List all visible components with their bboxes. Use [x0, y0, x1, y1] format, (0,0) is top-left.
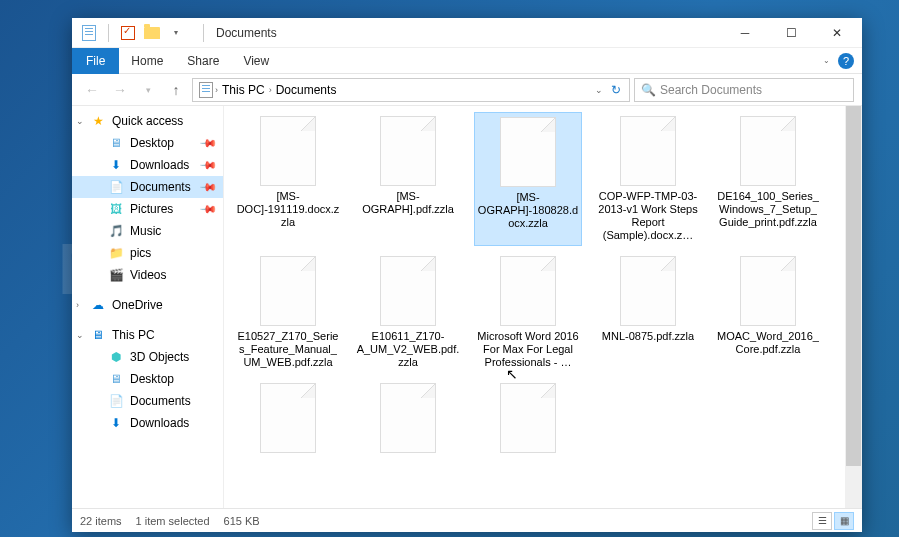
- onedrive-icon: ☁: [90, 297, 106, 313]
- pictures-icon: 🖼: [108, 201, 124, 217]
- nav-downloads-pc[interactable]: ⬇Downloads: [72, 412, 223, 434]
- nav-label: OneDrive: [112, 298, 163, 312]
- nav-label: Videos: [130, 268, 166, 282]
- up-button[interactable]: ↑: [164, 78, 188, 102]
- file-item[interactable]: DE164_100_Series_Windows_7_Setup_Guide_p…: [714, 112, 822, 246]
- file-item[interactable]: COP-WFP-TMP-03-2013-v1 Work Steps Report…: [594, 112, 702, 246]
- chevron-down-icon[interactable]: ⌄: [76, 330, 84, 340]
- nav-quick-access[interactable]: ⌄ ★ Quick access: [72, 110, 223, 132]
- properties-icon[interactable]: [119, 24, 137, 42]
- explorer-window: ▾ Documents ─ ☐ ✕ File Home Share View ⌄…: [72, 18, 862, 532]
- music-icon: 🎵: [108, 223, 124, 239]
- address-bar[interactable]: › This PC › Documents ⌄ ↻: [192, 78, 630, 102]
- file-icon: [260, 256, 316, 326]
- downloads-icon: ⬇: [108, 415, 124, 431]
- pin-icon: 📌: [198, 177, 217, 196]
- status-bar: 22 items 1 item selected 615 KB ☰ ▦: [72, 508, 862, 532]
- file-item[interactable]: MNL-0875.pdf.zzla: [594, 252, 702, 373]
- file-item[interactable]: [474, 379, 582, 461]
- window-title: Documents: [216, 26, 277, 40]
- chevron-down-icon[interactable]: ⌄: [76, 116, 84, 126]
- file-icon: [260, 116, 316, 186]
- file-item[interactable]: [354, 379, 462, 461]
- nav-onedrive[interactable]: ›☁OneDrive: [72, 294, 223, 316]
- nav-label: Downloads: [130, 416, 189, 430]
- search-icon: 🔍: [641, 83, 656, 97]
- nav-3d-objects[interactable]: ⬢3D Objects: [72, 346, 223, 368]
- forward-button[interactable]: →: [108, 78, 132, 102]
- file-item[interactable]: [MS-OGRAPH]-180828.docx.zzla: [474, 112, 582, 246]
- breadcrumb-documents[interactable]: Documents: [272, 83, 341, 97]
- nav-documents-pc[interactable]: 📄Documents: [72, 390, 223, 412]
- home-tab[interactable]: Home: [119, 50, 175, 72]
- nav-documents[interactable]: 📄Documents📌: [72, 176, 223, 198]
- pin-icon: 📌: [198, 133, 217, 152]
- nav-label: This PC: [112, 328, 155, 342]
- document-icon[interactable]: [80, 24, 98, 42]
- pin-icon: 📌: [198, 199, 217, 218]
- file-icon: [500, 256, 556, 326]
- address-dropdown-icon[interactable]: ⌄: [591, 85, 607, 95]
- scrollbar[interactable]: [845, 106, 862, 508]
- file-item[interactable]: [234, 379, 342, 461]
- ribbon-expand-icon[interactable]: ⌄: [823, 56, 830, 65]
- file-item[interactable]: [MS-DOC]-191119.docx.zzla: [234, 112, 342, 246]
- file-name: MOAC_Word_2016_Core.pdf.zzla: [716, 330, 820, 356]
- file-item[interactable]: MOAC_Word_2016_Core.pdf.zzla: [714, 252, 822, 373]
- desktop-icon: 🖥: [108, 371, 124, 387]
- minimize-button[interactable]: ─: [722, 18, 768, 48]
- file-icon: [500, 117, 556, 187]
- back-button[interactable]: ←: [80, 78, 104, 102]
- content-pane[interactable]: [MS-DOC]-191119.docx.zzla [MS-OGRAPH].pd…: [224, 106, 862, 508]
- file-icon: [380, 116, 436, 186]
- nav-music[interactable]: 🎵Music: [72, 220, 223, 242]
- address-bar-row: ← → ▾ ↑ › This PC › Documents ⌄ ↻ 🔍 Sear…: [72, 74, 862, 106]
- window-controls: ─ ☐ ✕: [722, 18, 860, 48]
- file-item[interactable]: E10611_Z170-A_UM_V2_WEB.pdf.zzla: [354, 252, 462, 373]
- file-name: [MS-OGRAPH].pdf.zzla: [356, 190, 460, 216]
- close-button[interactable]: ✕: [814, 18, 860, 48]
- folder-icon: 📁: [108, 245, 124, 261]
- documents-icon: 📄: [108, 393, 124, 409]
- qat-dropdown-icon[interactable]: ▾: [167, 24, 185, 42]
- file-icon: [380, 383, 436, 453]
- file-tab[interactable]: File: [72, 48, 119, 74]
- folder-icon[interactable]: [143, 24, 161, 42]
- recent-dropdown[interactable]: ▾: [136, 78, 160, 102]
- nav-videos[interactable]: 🎬Videos: [72, 264, 223, 286]
- maximize-button[interactable]: ☐: [768, 18, 814, 48]
- file-item[interactable]: E10527_Z170_Series_Feature_Manual_UM_WEB…: [234, 252, 342, 373]
- item-count: 22 items: [80, 515, 122, 527]
- file-icon: [380, 256, 436, 326]
- file-icon: [500, 383, 556, 453]
- file-item[interactable]: [MS-OGRAPH].pdf.zzla: [354, 112, 462, 246]
- star-icon: ★: [90, 113, 106, 129]
- downloads-icon: ⬇: [108, 157, 124, 173]
- search-input[interactable]: 🔍 Search Documents: [634, 78, 854, 102]
- nav-pictures[interactable]: 🖼Pictures📌: [72, 198, 223, 220]
- documents-icon: 📄: [108, 179, 124, 195]
- file-name: [MS-DOC]-191119.docx.zzla: [236, 190, 340, 229]
- nav-pics[interactable]: 📁pics: [72, 242, 223, 264]
- refresh-icon[interactable]: ↻: [607, 83, 625, 97]
- breadcrumb-thispc[interactable]: This PC: [218, 83, 269, 97]
- nav-this-pc[interactable]: ⌄🖥This PC: [72, 324, 223, 346]
- details-view-button[interactable]: ☰: [812, 512, 832, 530]
- thispc-icon: 🖥: [90, 327, 106, 343]
- nav-downloads[interactable]: ⬇Downloads📌: [72, 154, 223, 176]
- file-icon: [620, 116, 676, 186]
- scrollbar-thumb[interactable]: [846, 106, 861, 466]
- nav-label: Quick access: [112, 114, 183, 128]
- icons-view-button[interactable]: ▦: [834, 512, 854, 530]
- nav-label: Documents: [130, 180, 191, 194]
- nav-desktop-pc[interactable]: 🖥Desktop: [72, 368, 223, 390]
- view-tab[interactable]: View: [231, 50, 281, 72]
- file-icon: [620, 256, 676, 326]
- file-icon: [740, 116, 796, 186]
- share-tab[interactable]: Share: [175, 50, 231, 72]
- chevron-right-icon[interactable]: ›: [76, 300, 79, 310]
- help-icon[interactable]: ?: [838, 53, 854, 69]
- selection-info: 1 item selected: [136, 515, 210, 527]
- file-item[interactable]: Microsoft Word 2016 For Max For Legal Pr…: [474, 252, 582, 373]
- nav-desktop[interactable]: 🖥Desktop📌: [72, 132, 223, 154]
